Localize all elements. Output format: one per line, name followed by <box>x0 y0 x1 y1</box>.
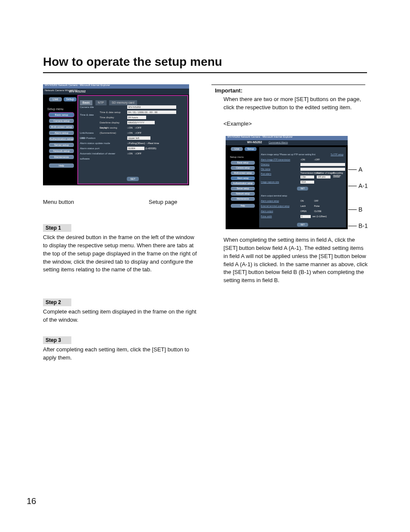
link-led-off[interactable]: ○OFF <box>135 132 142 134</box>
setup-page-panel: Alarm image setup *Please set up FTP ser… <box>259 147 346 228</box>
fieldA-duration: 100sec <box>333 175 340 178</box>
screenshot1-label-menu: Menu button <box>43 199 74 205</box>
fieldB-close[interactable]: CLOSE <box>314 210 321 212</box>
menu-multiscreen-setup[interactable]: Multi-screen setup <box>231 171 255 175</box>
important-label: Important: <box>215 87 242 94</box>
camera-tag: WV-NS202 <box>69 89 86 93</box>
window-title: WV-NS202 Network Camera - Microsoft Inte… <box>45 84 110 86</box>
fieldA-directory-label: Directory <box>261 163 269 166</box>
fieldB-alarm-output-label: Alarm output <box>261 210 273 212</box>
important-body: When there are two or more [SET] buttons… <box>223 95 365 112</box>
fieldB-off[interactable]: OFF <box>314 200 318 202</box>
fieldB-open[interactable]: OPEN <box>300 210 306 212</box>
link-led-on[interactable]: ○ON <box>127 132 133 134</box>
screenshot-1: WV-NS202 Network Camera - Microsoft Inte… <box>43 84 189 185</box>
menu-multiscreen-setup[interactable]: Multi-screen setup <box>49 125 74 129</box>
menu-maintenance[interactable]: Maintenance <box>49 155 74 159</box>
menu-camera-setup[interactable]: Camera setup <box>49 119 74 123</box>
step3-heading: Step 3 <box>43 336 71 344</box>
setup-button[interactable]: Setup <box>245 147 257 151</box>
fieldA-filename-input[interactable] <box>300 168 345 171</box>
menu-basic-setup[interactable]: Basic setup <box>49 113 74 117</box>
setup-menu-title: Setup menu <box>47 108 64 111</box>
command-alarm[interactable]: Command Alarm <box>269 141 288 144</box>
osd-position-select[interactable]: Upper left <box>127 136 150 140</box>
alarm-status-port-input[interactable]: 31004 <box>127 147 144 150</box>
fieldA-ftp-on[interactable]: ○ON <box>300 158 305 161</box>
screenshot-2: WV-NS202 Network Camera - Microsoft Inte… <box>226 136 348 229</box>
marker-lead-a1 <box>348 186 357 186</box>
daylight-saving-on[interactable]: ○ON <box>127 126 133 129</box>
menu-network-setup[interactable]: Network setup <box>231 192 255 196</box>
menu-basic-setup[interactable]: Basic setup <box>231 161 255 165</box>
menu-network-setup[interactable]: Network setup <box>49 149 74 153</box>
fieldB-pulsewidth-hint: sec (1-120sec) <box>312 215 327 218</box>
fieldB-pulse[interactable]: Pulse <box>314 205 320 207</box>
window-titlebar: WV-NS202 Network Camera - Microsoft Inte… <box>43 84 189 89</box>
fieldB-on[interactable]: ON <box>300 200 304 202</box>
marker-lead-b <box>348 209 357 210</box>
date-format-select[interactable]: MM/DD/YYYY <box>127 121 155 124</box>
form: Camera title WV-NS202 Time & date Time &… <box>80 105 186 156</box>
fieldB-pulsewidth-input[interactable]: 1 <box>300 215 311 218</box>
fieldA-capturesize-select[interactable]: VGA <box>300 181 314 184</box>
step2-heading: Step 2 <box>43 298 71 306</box>
menu-help[interactable]: Help <box>49 163 74 168</box>
menu-authentication-setup[interactable]: Authentication setup <box>49 137 74 141</box>
fieldA-interval-select[interactable]: 1 fps <box>300 175 314 178</box>
window-titlebar: WV-NS202 Network Camera - Microsoft Inte… <box>226 136 348 140</box>
step1-heading: Step 1 <box>43 224 71 232</box>
time-display-label: Time display <box>100 115 125 120</box>
menu-authentication-setup[interactable]: Authentication setup <box>231 181 255 185</box>
fieldA-ftp-transmission-label: Alarm image FTP transmission <box>261 158 290 161</box>
step2-body: Complete each setting item displayed in … <box>43 308 197 324</box>
fieldA-directory-input[interactable] <box>300 163 345 166</box>
camera-tag: WV-NS202 <box>247 141 262 144</box>
setup-button[interactable]: Setup <box>64 97 76 101</box>
menu-help[interactable]: Help <box>231 204 255 208</box>
fieldB-latch[interactable]: Latch <box>300 205 306 207</box>
live-button[interactable]: Live <box>49 97 62 101</box>
window-title: WV-NS202 Network Camera - Microsoft Inte… <box>227 135 293 138</box>
alarm-status-mode-label: Alarm status update mode <box>80 141 123 146</box>
app-header: Network Camera WV-NS202 WV-NS202 <box>43 89 189 95</box>
marker-b: B <box>358 206 362 213</box>
daylight-saving-off[interactable]: ○OFF <box>135 126 142 129</box>
set-button[interactable]: SET <box>127 177 139 181</box>
tabs: Basic NTP SD memory card <box>80 98 186 103</box>
setup-page-panel: Basic NTP SD memory card Camera title WV… <box>78 96 187 184</box>
menu-server-setup[interactable]: Server setup <box>49 143 74 147</box>
fieldA-h2: Number of images <box>317 172 334 174</box>
app-header: WV-NS202 Command Alarm <box>226 140 348 145</box>
fieldA-ftp-off[interactable]: ○OFF <box>314 158 320 161</box>
menu-maintenance[interactable]: Maintenance <box>231 197 255 201</box>
marker-b1: B-1 <box>358 222 368 229</box>
alarm-status-port-label: Alarm status port <box>80 146 123 151</box>
right-body-text: When completing the setting items in fie… <box>223 236 368 285</box>
page-title: How to operate the setup menu <box>43 55 222 69</box>
fieldA-filename-label: File name <box>261 168 270 170</box>
fieldA-ftp-link[interactable]: To FTP setup <box>330 153 343 156</box>
fieldB-alarm-output-setup-label: Alarm output setup <box>261 200 279 202</box>
live-button[interactable]: Live <box>231 147 243 151</box>
auto-install-label: Automatic installation of viewer softwar… <box>80 151 123 161</box>
auto-install-off[interactable]: ○OFF <box>135 152 142 155</box>
camera-title-label: Camera title <box>80 105 98 110</box>
menu-camera-setup[interactable]: Camera setup <box>231 166 255 170</box>
set-button-b[interactable]: SET <box>297 223 308 227</box>
auto-install-on[interactable]: ○ON <box>127 152 133 155</box>
fieldA-numimages-select[interactable]: 100 pics <box>317 175 330 178</box>
menu-server-setup[interactable]: Server setup <box>231 187 255 191</box>
set-button-a[interactable]: SET <box>297 187 308 191</box>
menu-alarm-setup[interactable]: Alarm setup <box>231 176 255 180</box>
camera-title-input[interactable]: WV-NS202 <box>127 105 176 109</box>
alarm-status-realtime[interactable]: ○Real time <box>147 142 159 145</box>
time-display-select[interactable]: 24 hours <box>127 116 146 119</box>
title-rule <box>43 72 367 73</box>
screenshot1-label-page: Setup page <box>149 199 177 205</box>
alarm-status-polling[interactable]: ○Polling(30sec) <box>127 142 145 145</box>
setup-menu-title: Setup menu <box>230 156 244 158</box>
example-label: <Example> <box>223 120 252 127</box>
time-date-setup-input[interactable]: 04 / 01 / 2006 00 : 00 : 00 <box>127 111 176 114</box>
menu-alarm-setup[interactable]: Alarm setup <box>49 131 74 135</box>
